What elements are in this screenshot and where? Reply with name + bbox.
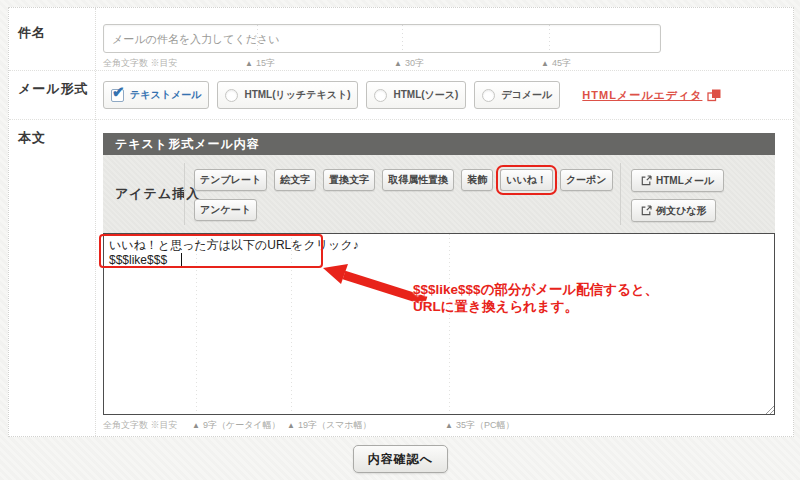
format-option-html-richtext[interactable]: HTML(リッチテキスト) <box>217 81 358 109</box>
item-insert-label: アイテム挿入 <box>115 185 200 203</box>
format-option-label: HTML(リッチテキスト) <box>244 88 350 102</box>
side-buttons-row-2: 例文ひな形 <box>631 199 716 222</box>
radio-icon[interactable] <box>374 89 387 102</box>
subject-label: 件名 <box>18 24 46 42</box>
external-link-icon <box>641 205 652 216</box>
panel-divider <box>184 163 185 225</box>
decoration-button[interactable]: 装飾 <box>461 169 493 191</box>
sample-template-button-label: 例文ひな形 <box>656 204 706 218</box>
subject-marker-30: 30字 <box>394 57 424 70</box>
emoji-button[interactable]: 絵文字 <box>274 169 316 191</box>
popup-window-icon <box>707 89 721 102</box>
insert-buttons-row-1: テンプレート 絵文字 置換文字 取得属性置換 装飾 いいね！ クーポン <box>194 169 613 191</box>
row-separator <box>9 70 793 71</box>
side-buttons-row-1: HTMLメール <box>631 169 724 192</box>
text-mail-panel-title: テキスト形式メール内容 <box>103 133 775 155</box>
subject-marker-15: 15字 <box>245 57 275 70</box>
mail-format-label: メール形式 <box>18 80 89 98</box>
body-counter-label: 全角文字数 ※目安 <box>103 419 178 432</box>
confirm-content-button[interactable]: 内容確認へ <box>353 445 448 473</box>
format-option-label: デコメール <box>501 88 552 102</box>
html-mail-button-label: HTMLメール <box>656 174 714 188</box>
body-marker-9: 9字（ケータイ幅） <box>192 419 281 432</box>
check-icon[interactable] <box>111 89 124 102</box>
mail-format-options: テキストメール HTML(リッチテキスト) HTML(ソース) デコメール HT… <box>103 81 721 109</box>
html-mail-button[interactable]: HTMLメール <box>631 169 724 192</box>
mail-compose-screen: 件名 全角文字数 ※目安 15字 30字 45字 メール形式 テキストメール H… <box>0 0 800 480</box>
replace-text-button[interactable]: 置換文字 <box>323 169 375 191</box>
format-option-label: HTML(ソース) <box>393 88 458 102</box>
format-option-deco-mail[interactable]: デコメール <box>474 81 560 109</box>
sample-template-button[interactable]: 例文ひな形 <box>631 199 716 222</box>
label-column-divider <box>95 8 96 436</box>
format-option-html-source[interactable]: HTML(ソース) <box>366 81 466 109</box>
row-separator <box>9 119 793 120</box>
radio-icon[interactable] <box>225 89 238 102</box>
survey-button[interactable]: アンケート <box>194 199 257 221</box>
format-option-label: テキストメール <box>130 88 201 102</box>
body-marker-19: 19字（スマホ幅） <box>287 419 372 432</box>
body-marker-35: 35字（PC幅） <box>445 419 514 432</box>
attribute-replace-button[interactable]: 取得属性置換 <box>382 169 454 191</box>
coupon-button[interactable]: クーポン <box>560 169 613 191</box>
body-label: 本文 <box>18 129 46 147</box>
html-mail-editor-link-label: HTMLメールエディタ <box>582 88 702 103</box>
subject-counter-label: 全角文字数 ※目安 <box>103 57 178 70</box>
subject-input[interactable] <box>103 24 661 53</box>
format-option-text-mail[interactable]: テキストメール <box>103 81 209 109</box>
insert-buttons-row-2: アンケート <box>194 199 257 221</box>
like-button[interactable]: いいね！ <box>500 169 553 191</box>
html-mail-editor-link[interactable]: HTMLメールエディタ <box>582 88 721 103</box>
template-button[interactable]: テンプレート <box>194 169 267 191</box>
panel-divider <box>620 163 621 225</box>
mail-body-textarea[interactable]: いいね！と思った方は以下のURLをクリック♪ $$$like$$$ <box>103 233 775 415</box>
external-link-icon <box>641 175 652 186</box>
subject-marker-45: 45字 <box>541 57 571 70</box>
radio-icon[interactable] <box>482 89 495 102</box>
